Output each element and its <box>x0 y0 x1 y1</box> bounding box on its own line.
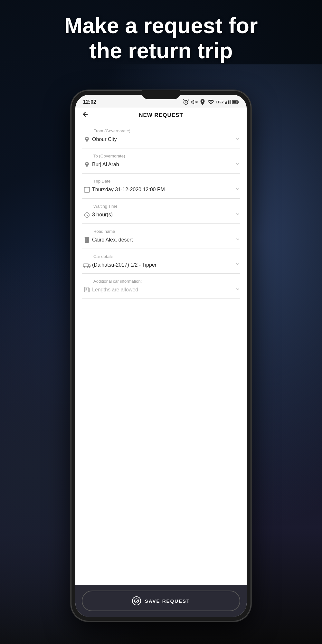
status-icons: LTE2 <box>182 99 239 106</box>
road-name-row[interactable]: Cairo Alex. desert <box>82 236 240 247</box>
truck-icon <box>82 262 92 268</box>
signal-icon <box>225 100 231 104</box>
svg-rect-3 <box>225 102 226 104</box>
waiting-time-row[interactable]: 3 hour(s) <box>82 211 240 222</box>
battery-icon <box>232 100 239 104</box>
waiting-time-field-group: Waiting Time 3 hour(s) <box>82 199 240 224</box>
save-button-area: SAVE REQUEST <box>75 585 247 617</box>
road-name-label: Road name <box>93 229 240 234</box>
trip-date-value: Thursday 31-12-2020 12:00 PM <box>92 187 235 193</box>
app-header: NEW REQUEST <box>75 108 247 123</box>
additional-info-value: Lengths are allowed <box>92 287 235 293</box>
checkmark-circle-icon <box>132 596 141 605</box>
trip-date-label: Trip Date <box>93 179 240 184</box>
empty-space <box>82 299 240 363</box>
hero-title: Make a request for the return trip <box>19 13 303 63</box>
svg-rect-10 <box>84 187 90 193</box>
trip-date-field-group: Trip Date Thursday 31-12-2020 12:00 PM <box>82 174 240 199</box>
additional-info-row[interactable]: Lengths are allowed <box>82 286 240 297</box>
svg-point-23 <box>134 599 138 603</box>
status-time: 12:02 <box>83 99 96 105</box>
car-details-value: (Daihatsu-2017) 1/2 - Tipper <box>92 262 235 268</box>
svg-rect-9 <box>232 101 237 103</box>
phone-notch <box>142 90 180 99</box>
note-icon <box>82 286 92 293</box>
road-name-chevron-icon <box>235 237 240 243</box>
phone-screen: 12:02 LTE2 <box>75 95 247 617</box>
svg-rect-6 <box>230 100 231 104</box>
to-field-group: To (Governorate) Burj Al Arab <box>82 148 240 174</box>
to-chevron-icon <box>235 161 240 168</box>
svg-point-18 <box>89 266 90 268</box>
trip-date-chevron-icon <box>235 186 240 193</box>
wifi-icon <box>207 99 214 106</box>
back-button[interactable] <box>82 111 89 120</box>
to-value: Burj Al Arab <box>92 162 235 167</box>
from-label: From (Governorate) <box>93 128 240 133</box>
calendar-icon <box>82 186 92 193</box>
car-details-field-group: Car details (Daihatsu-2017) 1/2 - Tipper <box>82 249 240 274</box>
waiting-time-value: 3 hour(s) <box>92 212 235 218</box>
timer-icon <box>82 211 92 218</box>
lte-indicator: LTE2 <box>216 100 223 104</box>
save-request-button[interactable]: SAVE REQUEST <box>82 591 240 611</box>
mute-icon <box>191 99 198 106</box>
alarm-icon <box>182 99 189 106</box>
save-button-label: SAVE REQUEST <box>145 598 190 604</box>
svg-rect-5 <box>228 100 229 104</box>
road-icon <box>82 236 92 243</box>
from-row[interactable]: Obour City <box>82 136 240 147</box>
svg-point-17 <box>87 266 89 268</box>
form-area: From (Governorate) Obour City To (Govern… <box>75 123 247 585</box>
car-details-chevron-icon <box>235 261 240 268</box>
to-label: To (Governorate) <box>93 154 240 158</box>
car-details-label: Car details <box>93 254 240 259</box>
to-location-icon <box>82 161 92 168</box>
svg-rect-4 <box>226 101 227 104</box>
svg-rect-8 <box>238 101 239 103</box>
to-row[interactable]: Burj Al Arab <box>82 161 240 172</box>
from-field-group: From (Governorate) Obour City <box>82 123 240 148</box>
from-value: Obour City <box>92 137 235 142</box>
additional-info-chevron-icon <box>235 287 240 293</box>
car-details-row[interactable]: (Daihatsu-2017) 1/2 - Tipper <box>82 261 240 272</box>
waiting-time-label: Waiting Time <box>93 204 240 209</box>
additional-info-label: Additional car information: <box>93 279 240 284</box>
road-name-field-group: Road name Cairo Alex. desert <box>82 224 240 249</box>
additional-info-field-group: Additional car information: Lengths are … <box>82 274 240 299</box>
waiting-time-chevron-icon <box>235 212 240 218</box>
gps-icon <box>199 99 206 106</box>
page-title: NEW REQUEST <box>139 112 183 118</box>
from-location-icon <box>82 136 92 143</box>
from-chevron-icon <box>235 136 240 143</box>
hero-section: Make a request for the return trip <box>0 13 322 63</box>
road-name-value: Cairo Alex. desert <box>92 237 235 243</box>
trip-date-row[interactable]: Thursday 31-12-2020 12:00 PM <box>82 186 240 197</box>
svg-point-16 <box>84 266 86 268</box>
phone-frame: 12:02 LTE2 <box>71 90 251 621</box>
